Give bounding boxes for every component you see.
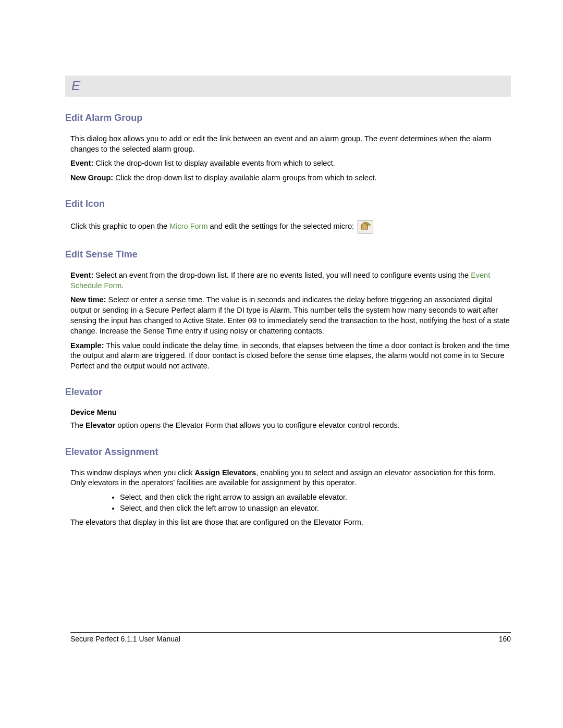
text-post: and edit the settings for the selected m… [208, 222, 357, 230]
footer-left: Secure Perfect 6.1.1 User Manual [70, 635, 180, 643]
text-est-newtime: New time: Select or enter a sense time. … [70, 295, 511, 336]
body-elevator-assignment: This window displays when you click Assi… [70, 468, 511, 528]
page-footer: Secure Perfect 6.1.1 User Manual 160 [70, 632, 511, 643]
text-elevator-bold: Elevator [85, 421, 115, 429]
text-event: Event: Click the drop-down list to displ… [70, 158, 511, 169]
text-intro: This dialog box allows you to add or edi… [70, 134, 511, 154]
body-edit-alarm-group: This dialog box allows you to add or edi… [70, 134, 511, 183]
text-ea-intro-bold: Assign Elevators [195, 468, 256, 477]
text-elevator-post: option opens the Elevator Form that allo… [115, 421, 400, 429]
label-est-example: Example: [70, 341, 104, 350]
subhead-device-menu: Device Menu [70, 408, 511, 416]
body-elevator: Device Menu The Elevator option opens th… [70, 408, 511, 431]
text-est-event-post: . [121, 281, 124, 290]
bullet-item-1: Select, and then click the right arrow t… [120, 492, 511, 503]
heading-elevator-assignment: Elevator Assignment [65, 447, 511, 458]
bullet-item-2: Select, and then click the left arrow to… [120, 503, 511, 514]
bullet-list: Select, and then click the right arrow t… [70, 492, 511, 513]
section-letter: E [71, 78, 80, 93]
footer-right: 160 [499, 635, 511, 643]
label-est-newtime: New time: [70, 295, 106, 304]
body-edit-icon: Click this graphic to open the Micro For… [70, 220, 511, 233]
heading-edit-icon: Edit Icon [65, 199, 511, 209]
text-edit-icon: Click this graphic to open the Micro For… [70, 220, 511, 233]
text-elevator-pre: The [70, 421, 85, 429]
text-new-group: New Group: Click the drop-down list to d… [70, 173, 511, 183]
text-est-example-body: This value could indicate the delay time… [70, 341, 509, 370]
text-new-group-body: Click the drop-down list to display avai… [113, 174, 376, 182]
text-ea-outro: The elevators that display in this list … [70, 517, 511, 528]
text-est-event: Event: Select an event from the drop-dow… [70, 270, 511, 291]
text-pre: Click this graphic to open the [70, 222, 169, 230]
heading-edit-alarm-group: Edit Alarm Group [65, 113, 511, 124]
page: E Edit Alarm Group This dialog box allow… [0, 0, 563, 709]
text-est-example: Example: This value could indicate the d… [70, 341, 511, 372]
text-event-body: Click the drop-down list to display avai… [93, 159, 335, 167]
label-est-event: Event: [70, 271, 93, 279]
text-est-event-pre: Select an event from the drop-down list.… [93, 271, 471, 279]
section-letter-band: E [65, 76, 511, 97]
link-micro-form[interactable]: Micro Form [169, 222, 207, 230]
text-ea-intro: This window displays when you click Assi… [70, 468, 511, 488]
label-event: Event: [70, 159, 93, 167]
heading-edit-sense-time: Edit Sense Time [65, 249, 511, 260]
heading-elevator: Elevator [65, 387, 511, 398]
micro-icon[interactable] [358, 220, 373, 233]
body-edit-sense-time: Event: Select an event from the drop-dow… [70, 270, 511, 371]
label-new-group: New Group: [70, 174, 113, 182]
text-ea-intro-pre: This window displays when you click [70, 468, 195, 477]
text-elevator: The Elevator option opens the Elevator F… [70, 421, 511, 431]
text-zero: 00 [248, 317, 256, 325]
